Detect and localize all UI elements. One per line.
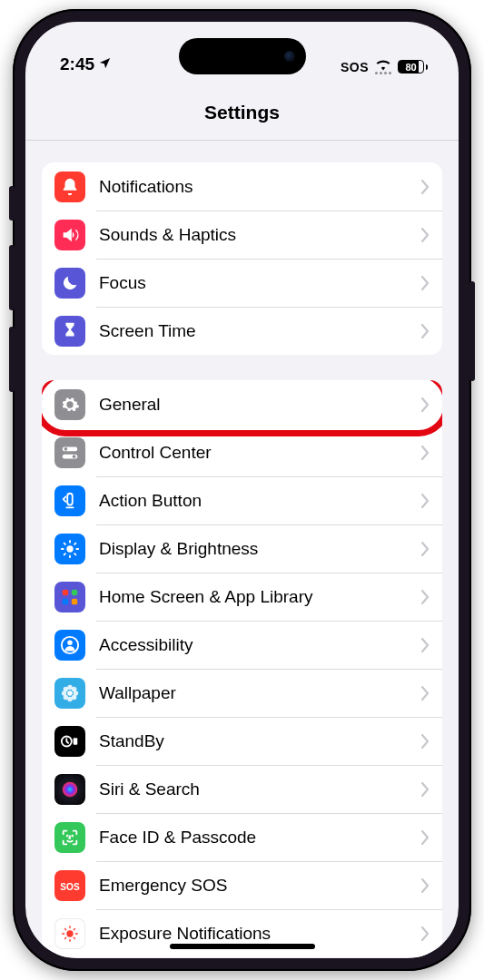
sos-icon: SOS [54,870,85,901]
svg-point-19 [64,694,69,700]
chevron-right-icon [421,782,430,797]
chevron-right-icon [421,830,430,845]
gear-icon [54,389,85,420]
chevron-right-icon [421,734,430,749]
row-accessibility[interactable]: Accessibility [42,621,442,669]
svg-text:SOS: SOS [60,881,80,891]
sos-indicator: SOS [341,60,369,74]
row-label: Action Button [99,491,421,511]
chevron-right-icon [421,446,430,460]
svg-point-18 [72,686,77,691]
svg-point-20 [72,694,77,700]
row-display[interactable]: Display & Brightness [42,524,442,573]
chevron-right-icon [421,180,430,194]
svg-point-17 [64,686,69,691]
svg-rect-6 [63,589,68,594]
row-screentime[interactable]: Screen Time [42,307,442,355]
page-title: Settings [25,102,459,123]
settings-list[interactable]: NotificationsSounds & HapticsFocusScreen… [25,141,459,957]
chevron-right-icon [421,926,430,941]
row-label: Face ID & Passcode [99,828,421,848]
battery-level: 80 [398,60,424,74]
svg-point-24 [67,835,68,836]
volume-down-button [9,327,15,392]
volume-up-button [9,245,15,310]
dynamic-island [179,38,306,74]
header: Settings [25,78,459,141]
screen: 2:45 SOS 80 Settings NotificationsSo [25,22,459,958]
row-notifications[interactable]: Notifications [42,162,442,211]
svg-rect-9 [72,598,77,603]
svg-rect-7 [72,589,77,594]
switches-icon [54,437,85,468]
row-label: Accessibility [99,635,421,655]
speaker-icon [54,220,85,250]
moon-icon [54,268,85,299]
settings-group: GeneralControl CenterAction ButtonDispla… [42,380,442,957]
faceid-icon [54,822,85,853]
sun-icon [54,534,85,564]
flower-icon [54,678,85,709]
front-camera [284,51,295,62]
bell-icon [54,172,85,202]
row-siri[interactable]: Siri & Search [42,765,442,813]
row-label: Home Screen & App Library [99,587,421,607]
chevron-right-icon [421,276,430,290]
svg-point-23 [63,781,78,797]
clock-icon [54,726,85,757]
row-general[interactable]: General [42,380,442,428]
location-icon [98,54,112,74]
svg-point-3 [73,455,76,458]
status-right: SOS 80 [341,59,428,74]
svg-point-12 [67,691,73,696]
chevron-right-icon [421,397,430,412]
row-standby[interactable]: StandBy [42,717,442,765]
row-sounds[interactable]: Sounds & Haptics [42,211,442,259]
exposure-icon [54,918,85,949]
power-button [469,281,475,381]
chevron-right-icon [421,542,430,556]
settings-group: NotificationsSounds & HapticsFocusScreen… [42,162,442,355]
row-exposure[interactable]: Exposure Notifications [42,909,442,957]
home-indicator[interactable] [170,944,315,949]
row-label: Exposure Notifications [99,924,421,944]
action-icon [54,485,85,516]
row-label: Display & Brightness [99,539,421,559]
chevron-right-icon [421,878,430,893]
battery-indicator: 80 [398,60,428,74]
chevron-right-icon [421,494,430,508]
row-actionbutton[interactable]: Action Button [42,476,442,524]
svg-rect-8 [63,598,68,603]
person-icon [54,630,85,661]
svg-point-11 [67,640,73,645]
svg-rect-22 [74,738,78,744]
row-label: Control Center [99,443,421,463]
chevron-right-icon [421,590,430,604]
phone-frame: 2:45 SOS 80 Settings NotificationsSo [13,9,471,971]
svg-rect-4 [67,493,73,505]
grid-icon [54,582,85,612]
row-label: Focus [99,273,421,293]
row-controlcenter[interactable]: Control Center [42,428,442,476]
wifi-icon [375,59,391,74]
row-label: Wallpaper [99,683,421,703]
row-label: Notifications [99,177,421,197]
row-label: Sounds & Haptics [99,225,421,245]
siri-icon [54,774,85,805]
chevron-right-icon [421,686,430,701]
row-label: Screen Time [99,321,421,341]
svg-point-27 [66,930,73,936]
row-homescreen[interactable]: Home Screen & App Library [42,573,442,621]
chevron-right-icon [421,228,430,242]
row-faceid[interactable]: Face ID & Passcode [42,813,442,861]
row-label: General [99,395,421,415]
row-wallpaper[interactable]: Wallpaper [42,669,442,717]
chevron-right-icon [421,638,430,652]
svg-point-5 [66,545,73,552]
chevron-right-icon [421,324,430,338]
row-sos[interactable]: SOSEmergency SOS [42,861,442,909]
mute-switch [9,186,15,220]
row-label: Siri & Search [99,779,421,799]
row-focus[interactable]: Focus [42,259,442,307]
row-label: StandBy [99,731,421,751]
